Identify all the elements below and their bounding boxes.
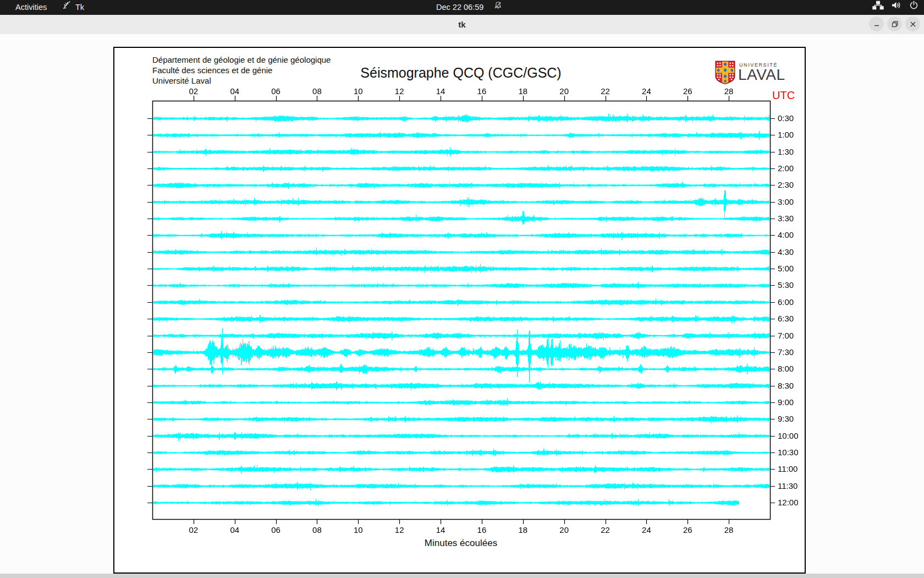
- address-line-2: Faculté des sciences et de génie: [152, 65, 331, 75]
- restore-button[interactable]: [887, 17, 902, 31]
- department-address: Département de géologie et de génie géol…: [152, 54, 331, 86]
- address-line-1: Département de géologie et de génie géol…: [152, 54, 331, 65]
- window-title: tk: [0, 15, 924, 34]
- window-title-bar: tk: [0, 15, 924, 35]
- clock-menu[interactable]: Dec 22 06:59: [436, 0, 483, 15]
- seismograph-frame: [113, 47, 806, 574]
- desktop-strip: [0, 574, 924, 578]
- network-wired-icon[interactable]: [872, 0, 884, 15]
- notifications-off-icon[interactable]: [493, 0, 503, 15]
- close-button[interactable]: [905, 17, 920, 31]
- universite-laval-logo: UNIVERSITÉ LAVAL: [715, 61, 803, 86]
- utc-label: UTC: [772, 89, 795, 102]
- volume-icon[interactable]: [891, 0, 902, 15]
- logo-laval-text: LAVAL: [738, 66, 785, 84]
- gnome-top-bar: Activities Tk Dec 22 06:59: [0, 0, 924, 15]
- desktop-screen: Activities Tk Dec 22 06:59: [0, 0, 924, 578]
- laval-shield-icon: [715, 77, 735, 86]
- tk-feather-icon: [62, 0, 72, 15]
- activities-button[interactable]: Activities: [15, 0, 47, 15]
- focused-app-name[interactable]: Tk: [75, 0, 84, 15]
- power-icon[interactable]: [909, 0, 919, 15]
- page-title: Séismographe QCQ (CGC/GSC): [360, 65, 561, 81]
- address-line-3: Université Laval: [152, 75, 331, 86]
- x-axis-title: Minutes écoulées: [425, 538, 497, 549]
- minimize-button[interactable]: [869, 17, 884, 31]
